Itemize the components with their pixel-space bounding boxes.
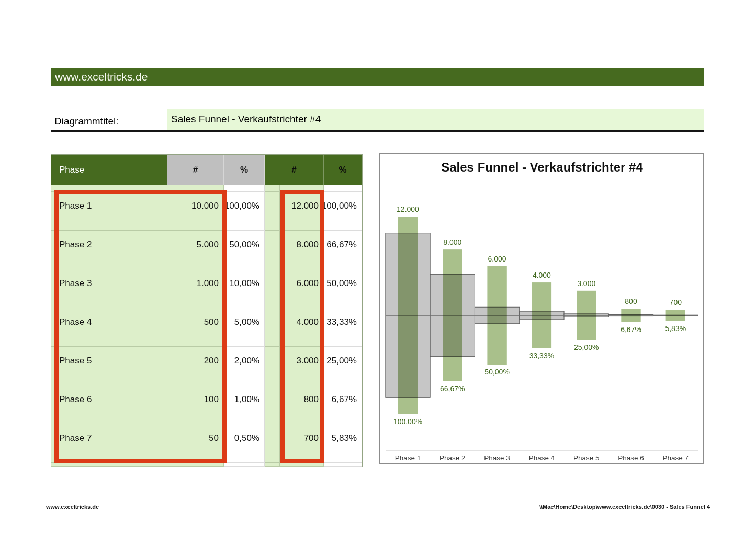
header-phase[interactable]: Phase [51,155,167,185]
header-count-old[interactable]: # [167,155,224,185]
green-bar [487,266,506,365]
green-bar [398,217,418,414]
spacer-strip [167,185,224,192]
x-axis-label: Phase 5 [573,454,600,462]
x-axis-label: Phase 6 [618,454,644,462]
phase-cell[interactable]: Phase 7 [51,424,167,463]
pct-old-cell[interactable]: 2,00% [224,347,265,385]
pct-new-cell[interactable]: 6,67% [324,385,362,424]
spacer-strip [167,463,224,467]
site-banner: www.exceltricks.de [51,68,704,86]
bar-value-label: 8.000 [443,238,461,246]
spacer-cell [265,347,280,385]
footer-left-text: www.exceltricks.de [46,504,99,510]
table-grid: Phase # % # % Phase 1 10.000 100,00% 12.… [51,155,362,467]
pct-new-cell[interactable]: 50,00% [324,269,362,308]
spacer-strip [224,463,265,467]
pct-old-cell[interactable]: 0,50% [224,424,265,463]
bar-value-label: 3.000 [577,279,595,288]
bar-percent-label: 66,67% [440,384,465,393]
phase-cell[interactable]: Phase 1 [51,192,167,231]
green-bar [666,310,685,321]
spacer-cell [265,231,280,269]
count-old-cell[interactable]: 200 [167,347,224,385]
pct-new-cell[interactable]: 33,33% [324,308,362,347]
pct-old-cell[interactable]: 10,00% [224,269,265,308]
x-axis-label: Phase 4 [529,454,555,462]
pct-old-cell[interactable]: 100,00% [224,192,265,231]
bar-percent-label: 6,67% [620,325,641,334]
count-new-cell[interactable]: 12.000 [280,192,324,231]
count-old-cell[interactable]: 10.000 [167,192,224,231]
pct-old-cell[interactable]: 5,00% [224,308,265,347]
bar-percent-label: 5,83% [665,324,686,333]
bar-percent-label: 33,33% [529,351,554,360]
green-bar [621,309,640,322]
x-axis-label: Phase 1 [395,454,421,462]
diagram-title-label: Diagrammtitel: [54,113,118,130]
phase-cell[interactable]: Phase 3 [51,269,167,308]
count-old-cell[interactable]: 50 [167,424,224,463]
green-bar [443,249,462,381]
spacer-cell [265,269,280,308]
spacer-strip [324,185,362,192]
header-pct-new[interactable]: % [324,155,362,185]
phase-cell[interactable]: Phase 4 [51,308,167,347]
pct-new-cell[interactable]: 5,83% [324,424,362,463]
bar-value-label: 6.000 [488,255,506,263]
count-old-cell[interactable]: 100 [167,385,224,424]
spacer-strip [265,185,280,192]
title-divider [51,130,704,132]
pct-old-cell[interactable]: 1,00% [224,385,265,424]
spacer-strip [324,463,362,467]
green-bar [577,291,596,340]
phase-cell[interactable]: Phase 6 [51,385,167,424]
count-old-cell[interactable]: 5.000 [167,231,224,269]
spacer-strip [280,185,324,192]
x-axis-label: Phase 7 [663,454,689,462]
count-new-cell[interactable]: 6.000 [280,269,324,308]
chart-title: Sales Funnel - Verkaufstrichter #4 [441,160,643,174]
spacer-strip [280,463,324,467]
bar-value-label: 4.000 [533,271,551,279]
bar-percent-label: 100,00% [393,417,422,426]
pct-new-cell[interactable]: 100,00% [324,192,362,231]
diagram-title-input[interactable]: Sales Funnel - Verkaufstrichter #4 [167,109,704,130]
green-bar [532,282,551,348]
sales-funnel-chart[interactable]: 12.000100,00%8.00066,67%6.00050,00%4.000… [379,153,704,464]
count-new-cell[interactable]: 4.000 [280,308,324,347]
spacer-cell [265,308,280,347]
count-new-cell[interactable]: 3.000 [280,347,324,385]
count-new-cell[interactable]: 800 [280,385,324,424]
spacer-cell [265,192,280,231]
phase-cell[interactable]: Phase 2 [51,231,167,269]
bar-percent-label: 50,00% [484,368,509,376]
spacer-strip [51,185,167,192]
x-axis-label: Phase 3 [484,454,510,462]
spacer-cell [265,424,280,463]
worksheet-page: www.exceltricks.de Diagrammtitel: Sales … [0,0,756,534]
footer-right-text: \\Mac\Home\Desktop\www.exceltricks.de\00… [539,504,710,510]
pct-old-cell[interactable]: 50,00% [224,231,265,269]
count-old-cell[interactable]: 1.000 [167,269,224,308]
x-axis-label: Phase 2 [439,454,466,462]
bar-value-label: 800 [625,297,637,305]
count-old-cell[interactable]: 500 [167,308,224,347]
spacer-cell [265,385,280,424]
bar-value-label: 700 [670,298,682,306]
pct-new-cell[interactable]: 25,00% [324,347,362,385]
spacer-strip [224,185,265,192]
count-new-cell[interactable]: 700 [280,424,324,463]
pct-new-cell[interactable]: 66,67% [324,231,362,269]
header-count-new[interactable]: # [265,155,324,185]
header-pct-old[interactable]: % [224,155,265,185]
spacer-strip [51,463,167,467]
spacer-strip [265,463,280,467]
funnel-data-table: Phase # % # % Phase 1 10.000 100,00% 12.… [51,154,363,467]
bar-percent-label: 25,00% [574,343,599,351]
phase-cell[interactable]: Phase 5 [51,347,167,385]
funnel-chart-svg: 12.000100,00%8.00066,67%6.00050,00%4.000… [380,154,703,463]
bar-value-label: 12.000 [397,205,419,213]
count-new-cell[interactable]: 8.000 [280,231,324,269]
